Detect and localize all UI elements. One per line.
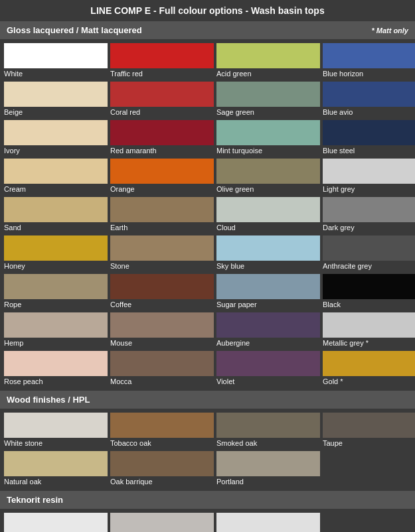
color-swatch: [216, 159, 320, 184]
color-swatch: [216, 274, 320, 299]
color-cell: [323, 513, 415, 532]
color-label: Portland: [216, 476, 320, 487]
color-swatch: [4, 197, 108, 222]
color-cell: Mint turquoise: [216, 120, 320, 156]
color-cell: Cream: [4, 159, 108, 194]
color-swatch: [4, 159, 108, 184]
color-cell: Blue steel: [323, 120, 415, 156]
color-label: Anthracite grey: [323, 261, 415, 271]
color-cell: Blue horizon: [323, 43, 415, 79]
color-label: Light grey: [323, 184, 415, 194]
color-label: Cloud: [216, 222, 320, 233]
color-cell: Honey: [4, 235, 108, 271]
color-cell: Matt grey silk: [110, 513, 214, 532]
color-swatch: [4, 413, 108, 438]
color-label: Beige: [4, 107, 108, 117]
color-swatch: [216, 197, 320, 222]
color-label: Black: [323, 299, 415, 310]
color-label: Mint turquoise: [216, 145, 320, 156]
color-cell: Black: [323, 274, 415, 310]
teknorit-section: Teknorit resin Matt whiteMatt grey silkS…: [0, 491, 415, 532]
color-cell: Light grey: [323, 159, 415, 194]
color-label: Violet: [216, 376, 320, 387]
color-swatch: [323, 235, 415, 261]
color-swatch: [110, 120, 214, 145]
color-swatch: [216, 43, 320, 68]
color-label: Olive green: [216, 184, 320, 194]
color-cell: Traffic red: [110, 43, 214, 79]
color-swatch: [110, 274, 214, 299]
teknorit-header: Teknorit resin: [0, 491, 415, 509]
color-cell: Sage green: [216, 82, 320, 117]
color-label: Mocca: [110, 376, 214, 387]
color-cell: Red amaranth: [110, 120, 214, 156]
color-label: Sugar paper: [216, 299, 320, 310]
wood-header: Wood finishes / HPL: [0, 391, 415, 409]
color-label: Coffee: [110, 299, 214, 310]
color-label: Rope: [4, 299, 108, 310]
color-cell: Gold *: [323, 351, 415, 387]
color-swatch: [323, 120, 415, 145]
color-swatch: [216, 513, 320, 532]
color-swatch: [216, 235, 320, 261]
color-cell: Natural oak: [4, 451, 108, 487]
color-label: Gold *: [323, 376, 415, 387]
gloss-section: Gloss lacquered / Matt lacquered * Matt …: [0, 21, 415, 391]
color-swatch: [4, 274, 108, 299]
color-cell: Sky blue: [216, 235, 320, 271]
color-swatch: [323, 82, 415, 107]
color-swatch: [4, 312, 108, 338]
color-swatch: [110, 351, 214, 376]
color-cell: Ivory: [4, 120, 108, 156]
color-swatch: [323, 413, 415, 438]
color-cell: Oak barrique: [110, 451, 214, 487]
color-cell: Mouse: [110, 312, 214, 348]
color-label: Sage green: [216, 107, 320, 117]
color-label: Coral red: [110, 107, 214, 117]
color-swatch: [323, 43, 415, 68]
color-cell: Portland: [216, 451, 320, 487]
color-cell: Sand: [4, 197, 108, 233]
color-swatch: [4, 120, 108, 145]
color-swatch: [110, 82, 214, 107]
color-cell: Coffee: [110, 274, 214, 310]
color-cell: Cloud: [216, 197, 320, 233]
color-cell: Stone: [110, 235, 214, 271]
color-cell: Rose peach: [4, 351, 108, 387]
color-swatch: [216, 312, 320, 338]
color-cell: White stone: [4, 413, 108, 448]
teknorit-color-grid: Matt whiteMatt grey silkSlate whiteMatt …: [0, 509, 415, 532]
gloss-header: Gloss lacquered / Matt lacquered * Matt …: [0, 21, 415, 39]
color-cell: White: [4, 43, 108, 79]
color-swatch: [110, 451, 214, 476]
color-cell: Sugar paper: [216, 274, 320, 310]
color-cell: Metallic grey *: [323, 312, 415, 348]
color-label: Rose peach: [4, 376, 108, 387]
gloss-color-grid: WhiteTraffic redAcid greenBlue horizonBe…: [0, 39, 415, 391]
color-swatch: [110, 43, 214, 68]
color-cell: Rope: [4, 274, 108, 310]
color-swatch: [4, 451, 108, 476]
color-cell: Smoked oak: [216, 413, 320, 448]
color-label: Natural oak: [4, 476, 108, 487]
color-swatch: [110, 413, 214, 438]
color-cell: Orange: [110, 159, 214, 194]
color-swatch: [110, 513, 214, 532]
color-swatch: [216, 413, 320, 438]
color-label: Blue horizon: [323, 68, 415, 79]
color-label: Honey: [4, 261, 108, 271]
color-swatch: [323, 274, 415, 299]
color-swatch: [110, 235, 214, 261]
color-cell: Violet: [216, 351, 320, 387]
color-swatch: [323, 312, 415, 338]
color-label: Cream: [4, 184, 108, 194]
color-label: Sky blue: [216, 261, 320, 271]
color-cell: [323, 451, 415, 487]
color-label: Taupe: [323, 438, 415, 448]
color-swatch: [4, 235, 108, 261]
color-label: Metallic grey *: [323, 338, 415, 348]
color-label: Dark grey: [323, 222, 415, 233]
color-label: Stone: [110, 261, 214, 271]
color-cell: Earth: [110, 197, 214, 233]
color-swatch: [323, 351, 415, 376]
